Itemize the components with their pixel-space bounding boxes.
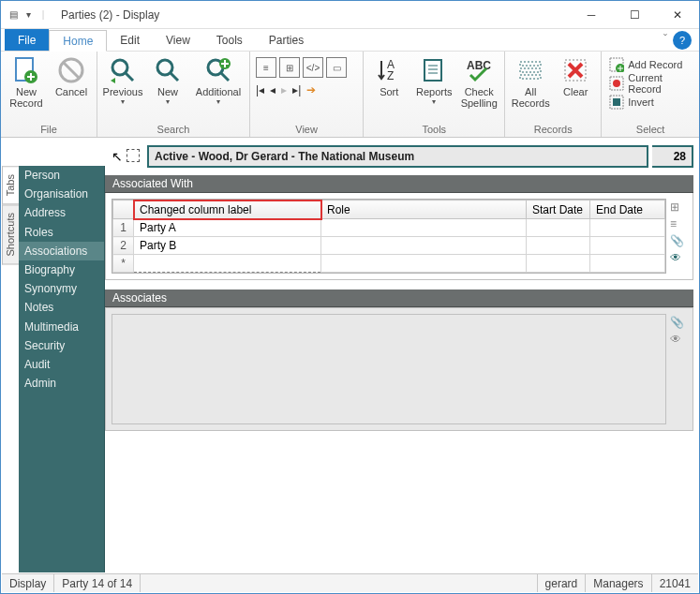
panel-associated-with-header: Associated With <box>105 175 693 193</box>
table-row-new[interactable]: * <box>113 255 665 273</box>
sidebar-item-synonymy[interactable]: Synonymy <box>19 279 104 298</box>
associated-with-grid[interactable]: Changed column label Role Start Date End… <box>112 199 666 274</box>
panel-associates-header: Associates <box>105 290 693 307</box>
nav-play-icon[interactable]: ▸ <box>281 83 287 97</box>
collapse-ribbon-icon[interactable]: ˇ <box>658 29 673 51</box>
spell-icon: ABC <box>464 55 494 85</box>
group-tools-label: Tools <box>369 123 499 137</box>
col-role[interactable]: Role <box>321 200 527 219</box>
sidebar-item-person[interactable]: Person <box>19 166 104 185</box>
pointer-tool-icon[interactable]: ↖ <box>112 149 123 164</box>
table-row[interactable]: 2 Party B <box>113 237 665 255</box>
grid-chevron-icon[interactable]: ≡ <box>670 217 687 230</box>
table-row[interactable]: 1 Party A <box>113 219 665 237</box>
sort-icon: AZ <box>374 55 404 85</box>
qat-sep: | <box>37 8 50 22</box>
nav-goto-icon[interactable]: ➔ <box>306 83 316 97</box>
sidebar-item-audit[interactable]: Audit <box>19 355 104 374</box>
col-changed-label[interactable]: Changed column label <box>134 200 321 219</box>
qat-dropdown-icon[interactable]: ▾ <box>22 8 35 22</box>
tab-parties[interactable]: Parties <box>256 29 317 51</box>
group-search-label: Search <box>103 123 244 137</box>
vtab-shortcuts[interactable]: Shortcuts <box>2 204 19 264</box>
view-code-icon[interactable]: </> <box>303 57 323 78</box>
svg-text:Z: Z <box>387 69 394 82</box>
svg-line-9 <box>221 73 229 81</box>
previous-search-button[interactable]: Previous ▾ <box>103 53 142 107</box>
new-record-icon <box>11 55 41 85</box>
tab-home[interactable]: Home <box>49 30 107 52</box>
col-start-date[interactable]: Start Date <box>527 200 590 219</box>
status-user: gerard <box>538 574 587 592</box>
additional-search-button[interactable]: Additional ▾ <box>193 53 244 107</box>
clear-icon <box>560 55 590 85</box>
magnifier-new-icon <box>153 55 183 85</box>
all-records-icon <box>515 55 545 85</box>
status-position: Party 14 of 14 <box>54 574 141 592</box>
nav-next-icon[interactable]: ▸| <box>292 83 301 97</box>
svg-line-3 <box>64 63 79 78</box>
cancel-button[interactable]: Cancel <box>52 53 91 97</box>
add-record-button[interactable]: Add Record <box>607 55 684 74</box>
magnifier-prev-icon <box>108 55 138 85</box>
status-mode: Display <box>2 574 54 592</box>
tab-file[interactable]: File <box>5 29 49 51</box>
sidebar-item-organisation[interactable]: Organisation <box>19 185 104 203</box>
check-spelling-button[interactable]: ABC Check Spelling <box>459 53 499 109</box>
sidebar-item-associations[interactable]: Associations <box>19 242 104 260</box>
attach-icon[interactable]: 📎 <box>670 316 687 329</box>
svg-rect-13 <box>424 60 441 81</box>
tab-view[interactable]: View <box>153 29 203 51</box>
sort-button[interactable]: AZ Sort <box>369 53 409 97</box>
group-file-label: File <box>7 123 91 137</box>
nav-prev-icon[interactable]: ◂ <box>270 83 276 97</box>
current-record-button[interactable]: Current Record <box>607 74 693 93</box>
col-rownum[interactable] <box>113 200 134 219</box>
svg-rect-19 <box>520 68 541 72</box>
sidebar-item-roles[interactable]: Roles <box>19 223 104 242</box>
svg-line-5 <box>126 73 133 81</box>
view-icon[interactable]: 👁 <box>670 333 687 346</box>
attach-icon[interactable]: 📎 <box>670 234 687 247</box>
sidebar-item-notes[interactable]: Notes <box>19 298 104 317</box>
invert-icon <box>609 95 624 110</box>
status-group: Managers <box>586 574 651 592</box>
minimize-button[interactable]: ─ <box>570 1 613 29</box>
tab-edit[interactable]: Edit <box>107 29 153 51</box>
window-title: Parties (2) - Display <box>55 8 570 22</box>
sidebar-item-multimedia[interactable]: Multimedia <box>19 318 104 336</box>
svg-point-25 <box>613 80 620 87</box>
app-icon: ▤ <box>7 8 20 22</box>
view-page-icon[interactable]: ▭ <box>326 57 347 78</box>
close-button[interactable]: ✕ <box>656 1 699 29</box>
maximize-button[interactable]: ☐ <box>613 1 656 29</box>
new-search-button[interactable]: New ▾ <box>148 53 187 107</box>
record-title: Active - Wood, Dr Gerard - The National … <box>147 145 648 168</box>
invert-button[interactable]: Invert <box>607 93 656 111</box>
help-button[interactable]: ? <box>673 31 692 50</box>
sidebar-item-admin[interactable]: Admin <box>19 374 104 393</box>
vtab-tabs[interactable]: Tabs <box>2 166 19 204</box>
view-list-icon[interactable]: ≡ <box>256 57 276 78</box>
tab-tools[interactable]: Tools <box>203 29 256 51</box>
sidebar-item-address[interactable]: Address <box>19 203 104 222</box>
cancel-icon <box>56 55 86 85</box>
grid-lookup-icon[interactable]: ⊞ <box>670 200 687 214</box>
marquee-tool-icon[interactable] <box>127 149 140 162</box>
sidebar: Person Organisation Address Roles Associ… <box>19 166 105 572</box>
group-records-label: Records <box>511 123 595 137</box>
view-icon[interactable]: 👁 <box>670 251 687 264</box>
view-grid-icon[interactable]: ⊞ <box>279 57 300 78</box>
sidebar-item-security[interactable]: Security <box>19 336 104 355</box>
sidebar-item-biography[interactable]: Biography <box>19 260 104 279</box>
all-records-button[interactable]: All Records <box>511 53 550 109</box>
reports-button[interactable]: Reports ▾ <box>414 53 454 107</box>
nav-first-icon[interactable]: |◂ <box>256 83 264 97</box>
associates-textarea[interactable] <box>112 314 666 424</box>
col-end-date[interactable]: End Date <box>590 200 665 219</box>
clear-records-button[interactable]: Clear <box>556 53 595 97</box>
group-select-label: Select <box>607 123 693 137</box>
svg-point-4 <box>112 60 127 75</box>
add-record-icon <box>609 57 624 72</box>
new-record-button[interactable]: New Record <box>7 53 46 109</box>
